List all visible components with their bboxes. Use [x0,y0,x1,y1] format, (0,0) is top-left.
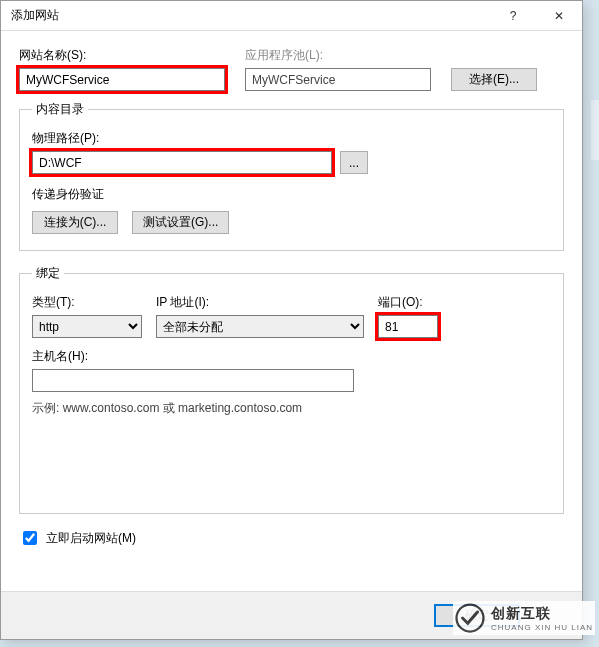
app-pool-input [245,68,431,91]
binding-type-label: 类型(T): [32,294,142,311]
titlebar: 添加网站 ? ✕ [1,1,582,31]
connect-as-button[interactable]: 连接为(C)... [32,211,118,234]
binding-type-select[interactable]: http [32,315,142,338]
host-name-input[interactable] [32,369,354,392]
site-name-input[interactable] [19,68,225,91]
host-name-label: 主机名(H): [32,348,551,365]
test-settings-button[interactable]: 测试设置(G)... [132,211,229,234]
host-name-example: 示例: www.contoso.com 或 marketing.contoso.… [32,400,551,417]
watermark: 创新互联 CHUANG XIN HU LIAN [453,601,595,635]
binding-ip-select[interactable]: 全部未分配 [156,315,364,338]
binding-legend: 绑定 [32,265,64,282]
site-name-label: 网站名称(S): [19,47,225,64]
binding-group: 绑定 类型(T): http IP 地址(I): 全部未分配 端口(O): [19,265,564,514]
binding-ip-label: IP 地址(I): [156,294,364,311]
watermark-text-py: CHUANG XIN HU LIAN [491,623,593,632]
start-site-checkbox[interactable] [23,531,37,545]
browse-path-button[interactable]: ... [340,151,368,174]
watermark-logo-icon [455,603,485,633]
close-icon: ✕ [554,9,564,23]
physical-path-label: 物理路径(P): [32,130,551,147]
background-decor [591,100,599,160]
close-button[interactable]: ✕ [536,1,582,31]
app-pool-label: 应用程序池(L): [245,47,431,64]
binding-port-input[interactable] [378,315,438,338]
help-icon: ? [510,9,517,23]
add-website-dialog: 添加网站 ? ✕ 网站名称(S): 应用程序池(L): 选择(E)... 内容目… [0,0,583,640]
binding-port-label: 端口(O): [378,294,442,311]
start-site-label: 立即启动网站(M) [46,530,136,547]
content-directory-legend: 内容目录 [32,101,88,118]
passthrough-auth-label: 传递身份验证 [32,186,551,203]
physical-path-input[interactable] [32,151,332,174]
watermark-text-cn: 创新互联 [491,605,593,623]
svg-point-0 [456,605,483,632]
help-button[interactable]: ? [490,1,536,31]
content-directory-group: 内容目录 物理路径(P): ... 传递身份验证 连接为(C)... 测试设置(… [19,101,564,251]
dialog-content: 网站名称(S): 应用程序池(L): 选择(E)... 内容目录 物理路径(P)… [1,31,582,548]
select-app-pool-button[interactable]: 选择(E)... [451,68,537,91]
window-title: 添加网站 [11,7,490,24]
